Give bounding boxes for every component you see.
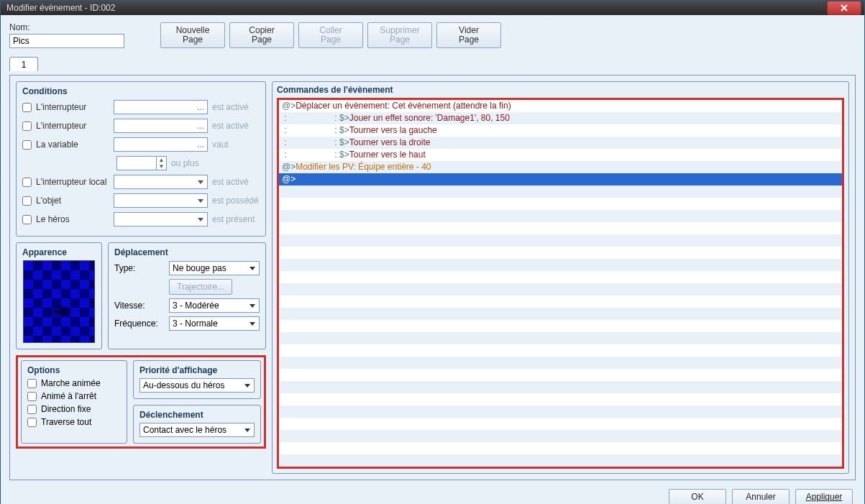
condition-spinner[interactable]: ▲▼	[116, 156, 167, 170]
condition-row: ▲▼ou plus	[22, 155, 260, 171]
condition-row: L'interrupteur localest activé	[22, 174, 260, 190]
trigger-select[interactable]: Contact avec le héros	[139, 423, 255, 437]
trajectory-button[interactable]: Trajectoire...	[169, 279, 232, 295]
appearance-sprite[interactable]	[23, 260, 95, 343]
checker-bg	[24, 261, 94, 342]
condition-row: L'interrupteur...est activé	[22, 118, 260, 134]
condition-row: L'objetest possédé	[22, 193, 260, 209]
command-line[interactable]	[279, 222, 842, 234]
option-label: Traverse tout	[41, 417, 91, 427]
option-checkbox[interactable]	[27, 418, 37, 427]
condition-field[interactable]	[114, 212, 208, 226]
command-line[interactable]	[279, 320, 842, 332]
content-area: Nom: Nouvelle Page Copier Page Coller Pa…	[1, 15, 864, 504]
condition-field[interactable]: ...	[114, 100, 208, 114]
titlebar[interactable]: Modifier évènement - ID:002	[1, 1, 864, 15]
name-block: Nom:	[9, 22, 139, 48]
condition-checkbox[interactable]	[22, 196, 32, 206]
command-line[interactable]	[279, 259, 842, 271]
condition-field[interactable]: ...	[114, 137, 208, 152]
condition-field[interactable]	[114, 175, 208, 189]
command-line[interactable]	[279, 418, 842, 430]
condition-suffix: est possédé	[212, 196, 260, 206]
name-input[interactable]	[9, 34, 124, 48]
priority-title: Priorité d'affichage	[139, 365, 255, 375]
movement-freq-label: Fréquence:	[114, 319, 165, 329]
cancel-button[interactable]: Annuler	[732, 489, 790, 504]
command-line[interactable]	[279, 393, 842, 406]
command-line[interactable]	[279, 344, 842, 357]
command-line[interactable]	[279, 442, 842, 454]
page-buttons: Nouvelle Page Copier Page Coller Page Su…	[160, 22, 501, 48]
trigger-title: Déclenchement	[139, 410, 255, 420]
command-line[interactable]: @>Modifier les PV: Équipe entière - 40	[279, 161, 842, 173]
option-row: Marche animée	[27, 378, 121, 388]
command-line[interactable]: : : $>Jouer un effet sonore: 'Damage1', …	[279, 112, 842, 124]
command-line[interactable]	[279, 406, 842, 418]
command-line[interactable]	[279, 271, 842, 283]
paste-page-button[interactable]: Coller Page	[298, 22, 363, 48]
condition-field[interactable]	[114, 193, 208, 208]
ok-button[interactable]: OK	[669, 489, 726, 504]
command-line[interactable]: @>	[279, 173, 842, 185]
option-checkbox[interactable]	[27, 392, 37, 401]
new-page-button[interactable]: Nouvelle Page	[160, 22, 225, 48]
priority-select[interactable]: Au-dessous du héros	[139, 378, 255, 393]
command-line[interactable]	[279, 185, 842, 198]
command-line[interactable]	[279, 295, 842, 308]
option-row: Traverse tout	[27, 417, 121, 427]
condition-checkbox[interactable]	[22, 140, 32, 150]
conditions-group: Conditions L'interrupteur...est activéL'…	[16, 81, 266, 237]
command-line[interactable]	[279, 308, 842, 320]
command-line[interactable]: : : $>Tourner vers la droite	[279, 137, 842, 149]
condition-checkbox[interactable]	[22, 122, 32, 131]
close-button[interactable]	[827, 1, 861, 15]
top-row: Nom: Nouvelle Page Copier Page Coller Pa…	[9, 22, 856, 48]
condition-row: Le hérosest présent	[22, 211, 260, 227]
command-line[interactable]	[279, 234, 842, 247]
condition-checkbox[interactable]	[22, 215, 32, 224]
condition-suffix: vaut	[212, 139, 260, 150]
command-line[interactable]	[279, 454, 842, 467]
options-highlight-box: Options Marche animéeAnimé à l'arrêtDire…	[16, 355, 266, 449]
condition-suffix: est activé	[212, 102, 260, 112]
command-line[interactable]	[279, 357, 842, 369]
conditions-title: Conditions	[22, 86, 260, 96]
command-line[interactable]	[279, 332, 842, 344]
condition-field[interactable]: ...	[114, 119, 208, 133]
command-line[interactable]	[279, 283, 842, 295]
option-label: Animé à l'arrêt	[41, 391, 96, 401]
main-area: Conditions L'interrupteur...est activéL'…	[9, 75, 856, 480]
option-checkbox[interactable]	[27, 405, 37, 414]
command-line[interactable]: @>Déplacer un évènement: Cet évènement (…	[279, 100, 842, 112]
condition-checkbox[interactable]	[22, 178, 32, 187]
options-group: Options Marche animéeAnimé à l'arrêtDire…	[21, 360, 127, 444]
command-line[interactable]: : : $>Tourner vers le haut	[279, 149, 842, 161]
condition-label: L'interrupteur local	[36, 177, 109, 187]
command-line[interactable]	[279, 381, 842, 393]
command-line[interactable]	[279, 247, 842, 259]
movement-speed-select[interactable]: 3 - Modérée	[169, 298, 260, 313]
sprite-shadow	[47, 304, 73, 319]
tab-1[interactable]: 1	[9, 57, 38, 71]
command-line[interactable]	[279, 430, 842, 442]
movement-type-label: Type:	[114, 263, 165, 273]
command-list[interactable]: @>Déplacer un évènement: Cet évènement (…	[277, 98, 844, 469]
condition-suffix: est présent	[212, 214, 260, 224]
command-line[interactable]	[279, 198, 842, 210]
movement-type-select[interactable]: Ne bouge pas	[169, 261, 260, 275]
apply-button[interactable]: Appliquer	[795, 489, 853, 504]
clear-page-button[interactable]: Vider Page	[436, 22, 501, 48]
copy-page-button[interactable]: Copier Page	[229, 22, 294, 48]
name-label: Nom:	[9, 22, 139, 32]
movement-freq-select[interactable]: 3 - Normale	[169, 316, 260, 331]
movement-title: Déplacement	[114, 247, 260, 257]
delete-page-button[interactable]: Supprimer Page	[367, 22, 432, 48]
command-line[interactable]	[279, 369, 842, 381]
option-row: Direction fixe	[27, 404, 121, 414]
tab-bar: 1	[9, 55, 856, 71]
command-line[interactable]: : : $>Tourner vers la gauche	[279, 124, 842, 137]
condition-checkbox[interactable]	[22, 103, 32, 112]
command-line[interactable]	[279, 210, 842, 222]
option-checkbox[interactable]	[27, 379, 37, 388]
